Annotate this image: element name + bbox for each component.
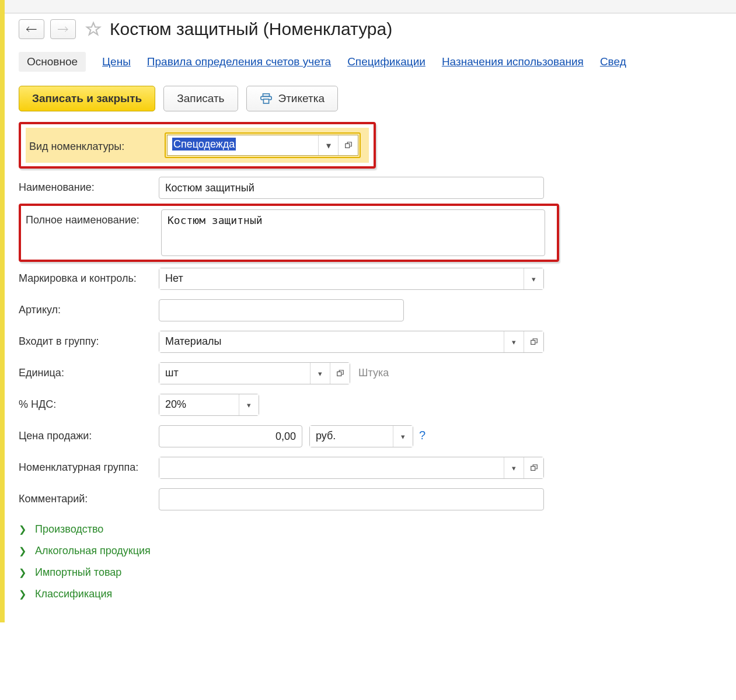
group-open-button[interactable]	[524, 331, 543, 352]
open-external-icon	[530, 338, 538, 346]
favorite-star-icon[interactable]	[85, 21, 102, 37]
vat-value: 20%	[159, 394, 239, 415]
price-input[interactable]	[159, 425, 302, 447]
unit-open-button[interactable]	[330, 363, 350, 384]
label-group: Входит в группу:	[19, 331, 159, 348]
label-price: Цена продажи:	[19, 425, 159, 442]
arrow-right-icon: 🡒	[57, 23, 69, 36]
tab-main[interactable]: Основное	[19, 52, 86, 72]
section-alcohol[interactable]: ❯ Алкогольная продукция	[19, 540, 736, 562]
svg-rect-5	[337, 372, 341, 376]
section-alcohol-label: Алкогольная продукция	[35, 545, 151, 557]
comment-input[interactable]	[159, 488, 544, 510]
unit-value: шт	[159, 363, 310, 384]
tab-usage[interactable]: Назначения использования	[442, 55, 584, 68]
print-label-text: Этикетка	[278, 92, 325, 105]
marking-dropdown-button[interactable]: ▾	[524, 268, 543, 289]
type-select-value: Спецодежда	[168, 135, 318, 155]
section-production[interactable]: ❯ Производство	[19, 519, 736, 540]
article-input[interactable]	[159, 299, 404, 321]
page-title: Костюм защитный (Номенклатура)	[110, 19, 392, 39]
label-comment: Комментарий:	[19, 488, 159, 505]
unit-hint: Штука	[358, 362, 389, 379]
nomgroup-dropdown-button[interactable]: ▾	[504, 457, 524, 478]
chevron-right-icon: ❯	[19, 567, 29, 578]
tab-specifications[interactable]: Спецификации	[347, 55, 425, 68]
price-help-button[interactable]: ?	[419, 425, 425, 442]
vat-select[interactable]: 20% ▾	[159, 394, 259, 416]
label-article: Артикул:	[19, 299, 159, 316]
printer-icon	[260, 92, 273, 105]
section-import[interactable]: ❯ Импортный товар	[19, 562, 736, 583]
group-dropdown-button[interactable]: ▾	[504, 331, 524, 352]
label-name: Наименование:	[19, 177, 159, 194]
open-external-icon	[530, 464, 538, 472]
open-external-icon	[336, 369, 344, 377]
type-select[interactable]: Спецодежда ▾	[167, 135, 358, 156]
currency-select[interactable]: руб. ▾	[309, 425, 413, 447]
label-vat: % НДС:	[19, 394, 159, 411]
open-external-icon	[344, 141, 353, 149]
group-select[interactable]: Материалы ▾	[159, 331, 544, 353]
section-import-label: Импортный товар	[35, 566, 121, 579]
currency-dropdown-button[interactable]: ▾	[393, 426, 413, 447]
marking-select[interactable]: Нет ▾	[159, 268, 544, 290]
label-unit: Единица:	[19, 362, 159, 379]
chevron-down-icon: ▾	[326, 140, 331, 151]
vat-dropdown-button[interactable]: ▾	[239, 394, 259, 415]
marking-value: Нет	[159, 268, 524, 289]
tab-sved[interactable]: Свед	[600, 55, 626, 68]
label-marking: Маркировка и контроль:	[19, 268, 159, 285]
chevron-down-icon: ▾	[247, 401, 251, 410]
chevron-down-icon: ▾	[532, 275, 536, 284]
save-and-close-button[interactable]: Записать и закрыть	[19, 86, 155, 111]
label-fullname: Полное наименование:	[26, 209, 161, 226]
svg-rect-6	[531, 466, 535, 470]
currency-value: руб.	[310, 426, 393, 447]
name-input[interactable]	[159, 177, 544, 199]
nomgroup-open-button[interactable]	[524, 457, 543, 478]
chevron-down-icon: ▾	[512, 338, 516, 346]
unit-select[interactable]: шт ▾	[159, 362, 350, 384]
type-dropdown-button[interactable]: ▾	[318, 135, 338, 155]
nav-forward-button[interactable]: 🡒	[50, 19, 76, 39]
section-classification[interactable]: ❯ Классификация	[19, 583, 736, 605]
svg-rect-4	[531, 340, 535, 344]
arrow-left-icon: 🡐	[26, 23, 37, 36]
label-type: Вид номенклатуры:	[29, 138, 165, 153]
fullname-textarea[interactable]: Костюм защитный	[161, 209, 545, 256]
chevron-right-icon: ❯	[19, 545, 29, 556]
chevron-down-icon: ▾	[401, 432, 405, 441]
chevron-right-icon: ❯	[19, 524, 29, 535]
svg-marker-0	[87, 23, 100, 34]
section-production-label: Производство	[35, 523, 103, 536]
tabs-row: Основное Цены Правила определения счетов…	[19, 43, 736, 80]
save-button[interactable]: Записать	[163, 86, 238, 111]
chevron-right-icon: ❯	[19, 589, 29, 600]
label-nomgroup: Номенклатурная группа:	[19, 457, 159, 474]
svg-rect-3	[345, 144, 349, 148]
type-open-button[interactable]	[338, 135, 358, 155]
nomgroup-select[interactable]: ▾	[159, 457, 544, 479]
svg-rect-2	[263, 99, 268, 103]
nav-back-button[interactable]: 🡐	[19, 19, 44, 39]
group-value: Материалы	[159, 331, 504, 352]
chevron-down-icon: ▾	[512, 464, 516, 473]
nomgroup-value	[159, 457, 504, 478]
tab-account-rules[interactable]: Правила определения счетов учета	[147, 55, 331, 68]
unit-dropdown-button[interactable]: ▾	[310, 363, 330, 384]
tab-prices[interactable]: Цены	[102, 55, 131, 68]
section-classification-label: Классификация	[35, 588, 112, 600]
print-label-button[interactable]: Этикетка	[246, 86, 338, 111]
chevron-down-icon: ▾	[318, 369, 322, 378]
